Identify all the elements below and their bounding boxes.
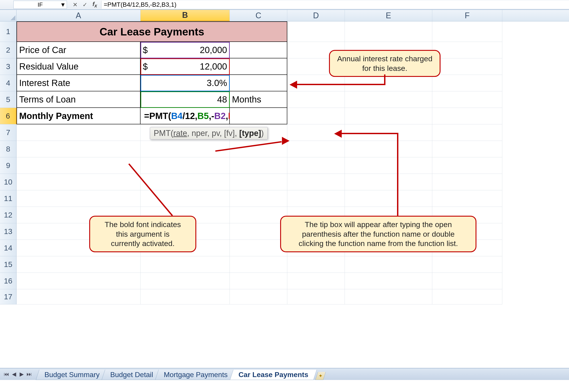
cell-B8[interactable] — [141, 141, 230, 157]
row-header-2[interactable]: 2 — [0, 42, 16, 58]
cell-E17[interactable] — [345, 289, 432, 304]
cell-F6[interactable] — [432, 108, 502, 124]
cell-D15[interactable] — [287, 256, 345, 273]
cell-F9[interactable] — [432, 157, 502, 174]
row-header-10[interactable]: 10 — [0, 174, 16, 190]
cell-C3[interactable] — [230, 58, 287, 75]
col-header-D[interactable]: D — [287, 10, 345, 21]
cell-C11[interactable] — [230, 190, 287, 207]
cell-C15[interactable] — [230, 256, 287, 273]
name-box[interactable]: IF ▼ — [13, 1, 67, 9]
cell-F16[interactable] — [432, 273, 502, 289]
cell-B3[interactable]: $12,000 — [141, 58, 230, 75]
row-header-1[interactable]: 1 — [0, 21, 16, 42]
cell-C14[interactable] — [230, 240, 287, 256]
tab-nav-next-icon[interactable]: ▶ — [19, 371, 25, 378]
cell-F2[interactable] — [432, 42, 502, 58]
tab-nav-first-icon[interactable]: ⏮ — [4, 371, 9, 378]
cell-B16[interactable] — [141, 273, 230, 289]
cell-D8[interactable] — [287, 141, 345, 157]
cell-E15[interactable] — [345, 256, 432, 273]
cell-A17[interactable] — [16, 289, 141, 304]
cell-A3[interactable]: Residual Value — [16, 58, 141, 75]
cell-F17[interactable] — [432, 289, 502, 304]
cell-E5[interactable] — [345, 91, 432, 108]
cell-D10[interactable] — [287, 174, 345, 190]
cell-F4[interactable] — [432, 75, 502, 91]
cell-C6[interactable] — [230, 108, 287, 124]
cell-E8[interactable] — [345, 141, 432, 157]
formula-input[interactable]: =PMT(B4/12,B5,-B2,B3,1) — [101, 1, 569, 9]
row-header-16[interactable]: 16 — [0, 273, 16, 289]
cell-A11[interactable] — [16, 190, 141, 207]
tab-car-lease-payments[interactable]: Car Lease Payments — [230, 370, 317, 380]
cell-F10[interactable] — [432, 174, 502, 190]
cell-E16[interactable] — [345, 273, 432, 289]
cell-B6-active[interactable]: =PMT(B4/12,B5,-B2,B3,1) — [141, 108, 230, 124]
cell-A9[interactable] — [16, 157, 141, 174]
cell-F11[interactable] — [432, 190, 502, 207]
row-header-4[interactable]: 4 — [0, 75, 16, 91]
col-header-B[interactable]: B — [141, 10, 230, 21]
cancel-icon[interactable]: ✕ — [72, 1, 78, 8]
cell-C4[interactable] — [230, 75, 287, 91]
row-header-3[interactable]: 3 — [0, 58, 16, 75]
cell-D17[interactable] — [287, 289, 345, 304]
row-header-14[interactable]: 14 — [0, 240, 16, 256]
cell-D9[interactable] — [287, 157, 345, 174]
fx-icon[interactable]: fx — [91, 1, 98, 9]
cell-C9[interactable] — [230, 157, 287, 174]
cell-E9[interactable] — [345, 157, 432, 174]
row-header-5[interactable]: 5 — [0, 91, 16, 108]
cell-C17[interactable] — [230, 289, 287, 304]
tab-mortgage-payments[interactable]: Mortgage Payments — [155, 370, 236, 380]
cells-area[interactable]: Car Lease Payments Price of Car $20,000 … — [16, 21, 569, 304]
tab-budget-summary[interactable]: Budget Summary — [36, 370, 108, 380]
cell-title[interactable]: Car Lease Payments — [16, 21, 287, 42]
cell-D16[interactable] — [287, 273, 345, 289]
cell-A8[interactable] — [16, 141, 141, 157]
cell-C8[interactable] — [230, 141, 287, 157]
cell-A7[interactable] — [16, 124, 141, 141]
cell-C10[interactable] — [230, 174, 287, 190]
cell-F15[interactable] — [432, 256, 502, 273]
cell-D1[interactable] — [287, 21, 345, 42]
cell-D6[interactable] — [287, 108, 345, 124]
col-header-A[interactable]: A — [16, 10, 141, 21]
cell-F3[interactable] — [432, 58, 502, 75]
cell-C2[interactable] — [230, 42, 287, 58]
row-header-12[interactable]: 12 — [0, 207, 16, 223]
cell-B10[interactable] — [141, 174, 230, 190]
cell-F7[interactable] — [432, 124, 502, 141]
cell-B15[interactable] — [141, 256, 230, 273]
cell-A16[interactable] — [16, 273, 141, 289]
enter-icon[interactable]: ✓ — [82, 1, 88, 8]
cell-C16[interactable] — [230, 273, 287, 289]
cell-F5[interactable] — [432, 91, 502, 108]
cell-A5[interactable]: Terms of Loan — [16, 91, 141, 108]
cell-D11[interactable] — [287, 190, 345, 207]
cell-E4[interactable] — [345, 75, 432, 91]
cell-E11[interactable] — [345, 190, 432, 207]
row-header-13[interactable]: 13 — [0, 223, 16, 240]
row-header-15[interactable]: 15 — [0, 256, 16, 273]
cell-E6[interactable] — [345, 108, 432, 124]
cell-F8[interactable] — [432, 141, 502, 157]
cell-A15[interactable] — [16, 256, 141, 273]
cell-C12[interactable] — [230, 207, 287, 223]
cell-A4[interactable]: Interest Rate — [16, 75, 141, 91]
col-header-E[interactable]: E — [345, 10, 432, 21]
name-box-dropdown-icon[interactable]: ▼ — [60, 2, 65, 7]
select-all-corner[interactable] — [0, 10, 16, 21]
cell-C5[interactable]: Months — [230, 91, 287, 108]
cell-A10[interactable] — [16, 174, 141, 190]
row-header-11[interactable]: 11 — [0, 190, 16, 207]
cell-B4[interactable]: 3.0% — [141, 75, 230, 91]
cell-B5[interactable]: 48 — [141, 91, 230, 108]
row-header-17[interactable]: 17 — [0, 289, 16, 304]
cell-B17[interactable] — [141, 289, 230, 304]
cell-B2[interactable]: $20,000 — [141, 42, 230, 58]
cell-D5[interactable] — [287, 91, 345, 108]
cell-B9[interactable] — [141, 157, 230, 174]
tab-budget-detail[interactable]: Budget Detail — [102, 370, 162, 380]
